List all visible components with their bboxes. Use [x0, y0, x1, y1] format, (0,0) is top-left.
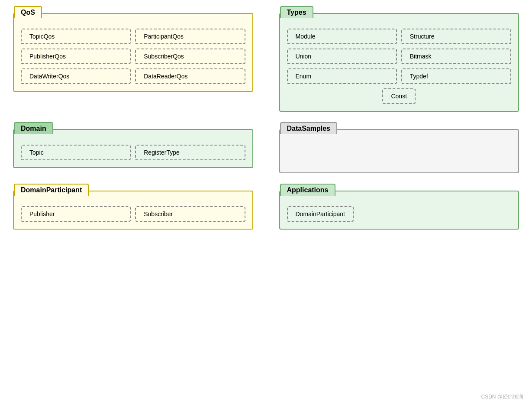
list-item: TopicQos	[21, 29, 131, 44]
list-item: Subscriber	[135, 206, 245, 222]
list-item: Enum	[287, 68, 397, 84]
domain-card: Domain Topic RegisterType	[13, 129, 253, 168]
domainparticipant-card: DomainParticipant Publisher Subscriber	[13, 191, 253, 230]
list-item: Topic	[21, 145, 131, 160]
list-item: Typdef	[401, 68, 511, 84]
qos-card: QoS TopicQos ParticipantQos PublisherQos…	[13, 13, 253, 92]
datasamples-card: DataSamples	[279, 129, 519, 173]
domainparticipant-title: DomainParticipant	[14, 184, 89, 196]
list-item: SubscriberQos	[135, 49, 245, 64]
list-item: Union	[287, 49, 397, 64]
types-body: Module Structure Union Bitmask Enum Typd…	[280, 22, 519, 111]
list-item: Module	[287, 29, 397, 44]
domain-title: Domain	[14, 122, 53, 134]
watermark: CSDN @经纬恒润	[481, 393, 523, 401]
domain-body: Topic RegisterType	[14, 138, 252, 167]
datasamples-title: DataSamples	[280, 122, 338, 134]
types-card: Types Module Structure Union Bitmask Enu…	[279, 13, 519, 112]
list-item: DataWriterQos	[21, 68, 131, 84]
list-item: PublisherQos	[21, 49, 131, 64]
list-item: DomainParticipant	[287, 206, 354, 222]
list-item: ParticipantQos	[135, 29, 245, 44]
main-grid: QoS TopicQos ParticipantQos PublisherQos…	[13, 13, 519, 230]
list-item: Publisher	[21, 206, 131, 222]
types-title: Types	[280, 6, 313, 18]
datasamples-body	[280, 138, 519, 172]
domainparticipant-body: Publisher Subscriber	[14, 199, 252, 229]
qos-title: QoS	[14, 6, 42, 18]
applications-title: Applications	[280, 184, 335, 196]
qos-body: TopicQos ParticipantQos PublisherQos Sub…	[14, 22, 252, 91]
list-item: DataReaderQos	[135, 68, 245, 84]
applications-card: Applications DomainParticipant	[279, 191, 519, 230]
list-item: Const	[382, 88, 416, 104]
list-item: RegisterType	[135, 145, 245, 160]
list-item: Bitmask	[401, 49, 511, 64]
applications-body: DomainParticipant	[280, 199, 519, 229]
list-item: Structure	[401, 29, 511, 44]
